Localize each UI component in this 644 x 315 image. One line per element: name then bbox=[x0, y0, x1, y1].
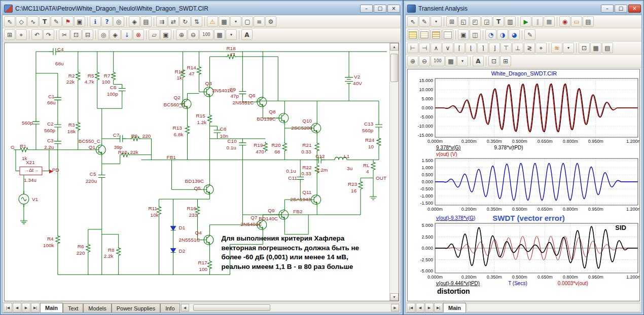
schematic-horizontal-scrollbar[interactable]: ◀ ▶ bbox=[181, 303, 400, 312]
tab-info[interactable]: Info bbox=[160, 303, 180, 312]
label-100[interactable]: 100 bbox=[102, 79, 111, 85]
label-R17[interactable]: R17 bbox=[198, 260, 207, 265]
label-BC550_C[interactable]: BC550_C bbox=[79, 138, 100, 144]
resistor-R7[interactable] bbox=[112, 71, 116, 82]
label-R15[interactable]: R15 bbox=[196, 113, 206, 119]
global-low-icon[interactable]: ⌋ bbox=[489, 43, 500, 53]
label-Q7[interactable]: Q7 bbox=[251, 215, 258, 220]
label-V1[interactable]: V1 bbox=[32, 196, 39, 202]
diode-D2[interactable] bbox=[171, 247, 176, 255]
label-R6[interactable]: R6 bbox=[78, 244, 84, 249]
label-C3[interactable]: C3 bbox=[47, 138, 54, 143]
capacitor-C6[interactable] bbox=[119, 85, 126, 95]
capacitor-C9[interactable] bbox=[239, 87, 246, 98]
label-220u[interactable]: 220u bbox=[86, 178, 97, 184]
ruler-icon[interactable]: ▤ bbox=[602, 43, 613, 53]
label-6.8k[interactable]: 6.8k bbox=[174, 132, 184, 137]
font-icon[interactable]: A bbox=[473, 56, 484, 66]
label-C10[interactable]: C10 bbox=[227, 138, 237, 144]
select-icon[interactable]: ⇖ bbox=[407, 16, 418, 27]
label-R8[interactable]: R8 bbox=[108, 247, 115, 253]
label-2SC5200[interactable]: 2SC5200 bbox=[291, 125, 312, 131]
wire-mode-icon[interactable]: ∿ bbox=[27, 16, 39, 27]
transistor-Q6[interactable] bbox=[255, 95, 266, 109]
scroll-left-icon[interactable]: ◀ bbox=[181, 304, 189, 311]
label-2.2k[interactable]: 2.2k bbox=[104, 254, 114, 259]
legend-item[interactable]: 0.0003*v(out) bbox=[558, 281, 588, 286]
text-mode-icon[interactable]: T bbox=[39, 16, 50, 27]
label-220[interactable]: 220 bbox=[142, 133, 151, 139]
resistor-RL[interactable] bbox=[371, 161, 375, 172]
tab-main[interactable]: Main bbox=[40, 303, 63, 312]
label-22k[interactable]: 22k bbox=[66, 79, 75, 85]
low-icon[interactable]: ⌊ bbox=[466, 43, 477, 53]
resistor-R3[interactable] bbox=[76, 121, 80, 132]
resistor-R17[interactable] bbox=[207, 259, 211, 270]
valley-icon[interactable]: ∨ bbox=[442, 43, 453, 53]
global-high-icon[interactable]: ⌉ bbox=[477, 43, 488, 53]
tab-main[interactable]: Main bbox=[443, 303, 466, 312]
pages-dropdown-icon[interactable]: ▾ bbox=[563, 43, 574, 53]
graphics-mode-icon[interactable]: ✎ bbox=[51, 16, 62, 27]
label-40V[interactable]: 40V bbox=[353, 81, 362, 87]
graphics-icon[interactable]: ✎ bbox=[419, 16, 430, 27]
scroll-track[interactable] bbox=[390, 51, 399, 293]
transistor-Q3[interactable] bbox=[201, 85, 213, 99]
label-47[interactable]: 47 bbox=[189, 71, 195, 76]
label-FB1[interactable]: FB1 bbox=[167, 154, 176, 160]
cut-icon[interactable]: ✂ bbox=[59, 29, 70, 40]
properties-icon[interactable]: ≡ bbox=[254, 16, 265, 27]
scroll-track[interactable] bbox=[467, 304, 640, 311]
resistor-R15[interactable] bbox=[207, 113, 211, 124]
page-nav-icon[interactable]: ◀ bbox=[13, 303, 21, 312]
label-10k[interactable]: 10k bbox=[151, 212, 159, 218]
label-C13[interactable]: C13 bbox=[364, 121, 374, 127]
tool-dropdown-icon[interactable]: ▾ bbox=[431, 16, 442, 27]
label-R10[interactable]: R10 bbox=[118, 149, 128, 155]
scroll-thumb[interactable] bbox=[193, 304, 270, 311]
mode-dropdown-icon[interactable]: ▾ bbox=[230, 16, 241, 27]
label-Q1[interactable]: Q1 bbox=[89, 144, 96, 150]
label-18k[interactable]: 18k bbox=[67, 129, 76, 134]
font-icon[interactable]: A bbox=[241, 29, 253, 40]
label-L1[interactable]: L1 bbox=[344, 153, 350, 159]
analysis-titlebar[interactable]: Transient Analysis – □ × bbox=[405, 2, 642, 15]
new-page-icon[interactable]: ▢ bbox=[242, 16, 253, 27]
resistor-R6[interactable] bbox=[86, 243, 90, 254]
label-C7[interactable]: C7 bbox=[113, 132, 120, 138]
step-icon[interactable]: ⇉ bbox=[156, 16, 167, 27]
label-16[interactable]: 16 bbox=[351, 188, 357, 193]
diode-D1[interactable] bbox=[171, 224, 176, 232]
grid-icon[interactable]: ▦ bbox=[445, 56, 456, 66]
legend-item[interactable]: 9.378*v(G) bbox=[436, 145, 460, 150]
top-icon[interactable]: ⊤ bbox=[500, 43, 512, 53]
label-68u[interactable]: 68u bbox=[47, 100, 56, 105]
label-68[interactable]: 68 bbox=[274, 149, 280, 154]
page-nav-icon[interactable]: ▶| bbox=[434, 303, 443, 312]
resistor-R8[interactable] bbox=[117, 247, 121, 257]
paste-icon[interactable]: ⊟ bbox=[82, 29, 93, 40]
label-RL[interactable]: RL bbox=[363, 163, 370, 168]
component-mode-icon[interactable]: ◇ bbox=[16, 16, 27, 27]
label-G[interactable]: G bbox=[11, 144, 15, 150]
scroll-thumb[interactable] bbox=[390, 54, 398, 82]
data-points-icon[interactable]: ⊡ bbox=[579, 43, 590, 53]
capacitor-C3[interactable] bbox=[54, 137, 61, 148]
zoom-window-icon[interactable]: ⊞ bbox=[446, 16, 457, 27]
grid-dropdown-icon[interactable]: ▾ bbox=[226, 29, 237, 40]
label-R24[interactable]: R24 bbox=[365, 137, 375, 143]
label-R11[interactable]: R11 bbox=[149, 206, 158, 211]
label-Q6[interactable]: Q6 bbox=[248, 93, 256, 98]
tab-power-supplies[interactable]: Power Supplies bbox=[112, 303, 160, 312]
label-Q8[interactable]: Q8 bbox=[269, 109, 276, 114]
plot-properties-icon[interactable]: ⊞ bbox=[500, 56, 511, 66]
capacitor-C10[interactable] bbox=[239, 139, 246, 149]
label-R22[interactable]: R22 bbox=[302, 165, 312, 170]
resistor-R5[interactable] bbox=[95, 71, 99, 82]
label-470[interactable]: 470 bbox=[256, 149, 264, 154]
voltage-source-V2[interactable] bbox=[345, 74, 353, 87]
goto-flag-icon[interactable]: ↓ bbox=[121, 29, 132, 40]
delete-icon[interactable]: ⊗ bbox=[133, 29, 144, 40]
snap-grid-icon[interactable]: ⊞ bbox=[4, 29, 15, 40]
schematic-canvas[interactable]: C468uR222kR54.7kR7100C6100pC168u560pC256… bbox=[4, 43, 399, 301]
